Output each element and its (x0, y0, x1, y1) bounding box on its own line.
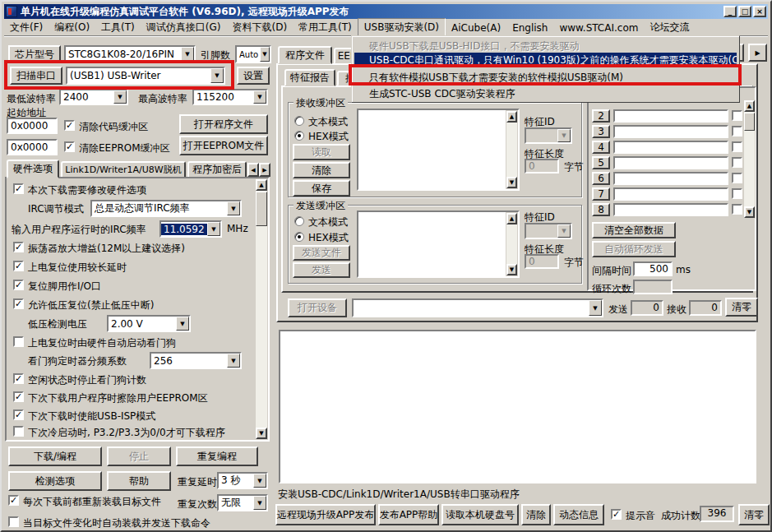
scroll-up-icon[interactable]: ▲ (256, 179, 267, 191)
scrollbar-thumb[interactable] (744, 113, 755, 131)
maximize-icon[interactable]: □ (738, 6, 751, 17)
chevron-down-icon[interactable]: ▼ (589, 300, 602, 316)
row-checkbox[interactable] (732, 110, 742, 121)
open-program-file-button[interactable]: 打开程序文件 (179, 114, 268, 134)
chevron-down-icon[interactable]: ▼ (253, 474, 266, 488)
long-delay-checkbox[interactable] (13, 261, 24, 271)
menu-forum[interactable]: 论坛交流 (644, 19, 695, 36)
chevron-down-icon[interactable]: ▼ (227, 354, 240, 368)
send-text-mode-radio[interactable] (294, 216, 304, 226)
menu-common-tools[interactable]: 常用工具(T) (293, 19, 358, 36)
row-checkbox[interactable] (732, 204, 742, 215)
recv-hex-mode-radio[interactable] (294, 131, 304, 141)
download-button[interactable]: 下载/编程 (8, 446, 102, 466)
remote-upgrade-publish-button[interactable]: 远程现场升级APP发布 (275, 504, 376, 525)
save-button[interactable]: 保存 (293, 180, 350, 197)
menu-tools[interactable]: 工具(T) (95, 19, 141, 36)
osc-gain-checkbox[interactable] (13, 242, 24, 252)
wdt-idle-checkbox[interactable] (13, 373, 24, 384)
menu-aicube[interactable]: AiCube(A) (446, 21, 506, 35)
tab-scroll-right-icon[interactable]: ▶ (748, 44, 767, 62)
scroll-down-icon[interactable]: ▼ (256, 428, 267, 439)
menu-file[interactable]: 文件(F) (4, 19, 49, 36)
rows-scrollbar[interactable]: ▲ ▼ (743, 99, 756, 219)
clear-log-button[interactable]: 清除 (521, 504, 551, 525)
row-data-input[interactable] (613, 172, 728, 185)
modify-hw-checkbox[interactable] (13, 183, 24, 194)
row-number-button[interactable]: 2 (592, 109, 610, 123)
row-checkbox[interactable] (732, 141, 742, 152)
clear-code-checkbox[interactable] (64, 120, 75, 131)
interval-input[interactable]: 500 (633, 261, 673, 276)
repeat-delay-select[interactable]: 3 秒▼ (217, 472, 268, 489)
row-number-button[interactable]: 5 (592, 156, 610, 169)
send-buffer-textarea[interactable]: ▲ ▼ (357, 210, 520, 278)
chevron-down-icon[interactable]: ▼ (253, 496, 266, 510)
repeat-program-button[interactable]: 重复编程 (176, 446, 258, 466)
tab-scroll-left-icon[interactable]: ◀ (247, 163, 259, 177)
chevron-down-icon[interactable]: ▼ (227, 201, 240, 215)
check-options-button[interactable]: 检测选项 (8, 471, 102, 491)
scroll-down-icon[interactable]: ▼ (744, 206, 755, 218)
read-disk-id-button[interactable]: 读取本机硬盘号 (441, 504, 519, 525)
tab-offline-download[interactable]: Link1D/Writer1A/U8W脱机 (61, 161, 186, 178)
eeprom-address-input[interactable]: 0x0000 (7, 139, 58, 155)
send-hex-mode-radio[interactable] (294, 232, 304, 242)
row-number-button[interactable]: 6 (592, 172, 610, 185)
repeat-times-select[interactable]: 无限▼ (217, 494, 268, 511)
chevron-down-icon[interactable]: ▼ (260, 47, 270, 62)
row-data-input[interactable] (613, 125, 728, 138)
menu-english[interactable]: English (506, 21, 553, 35)
row-number-button[interactable]: 3 (592, 125, 610, 138)
row-number-button[interactable]: 4 (592, 141, 610, 154)
cold-start-checkbox[interactable] (13, 426, 24, 437)
row-data-input[interactable] (613, 109, 728, 123)
usb-isp-checkbox[interactable] (13, 409, 24, 420)
recv-text-mode-radio[interactable] (294, 116, 304, 126)
options-scrollbar[interactable]: ▲ ▼ (255, 178, 268, 440)
clear-counters-button[interactable]: 清零 (725, 298, 758, 317)
row-data-input[interactable] (613, 203, 728, 216)
scroll-up-icon[interactable]: ▲ (744, 100, 755, 112)
settings-button[interactable]: 设置 (237, 67, 270, 85)
tab-encrypt[interactable]: 程序加密后 (187, 161, 247, 178)
scroll-down-icon[interactable]: ▼ (506, 264, 517, 275)
row-checkbox[interactable] (732, 188, 742, 199)
menu-website[interactable]: www.STCAI.com (553, 21, 644, 35)
menu-downloads[interactable]: 资料下载(D) (226, 19, 293, 36)
tab-hardware-options[interactable]: 硬件选项 (7, 160, 59, 178)
send-scrollbar[interactable]: ▲ ▼ (506, 212, 518, 276)
receive-buffer-textarea[interactable]: ▲ ▼ (357, 109, 520, 191)
chevron-down-icon[interactable]: ▼ (253, 90, 266, 104)
chevron-down-icon[interactable]: ▼ (113, 90, 127, 104)
row-checkbox[interactable] (732, 173, 742, 183)
dynamic-info-button[interactable]: 动态信息 (553, 504, 604, 525)
min-baud-select[interactable]: 2400▼ (59, 89, 128, 105)
lvr-checkbox[interactable] (13, 298, 24, 309)
reset-io-checkbox[interactable] (13, 280, 24, 290)
tab-program-file[interactable]: 程序文件 (278, 46, 332, 64)
chevron-down-icon[interactable]: ▼ (207, 222, 220, 236)
menu-debug-interface[interactable]: 调试仿真接口(G) (141, 19, 227, 36)
help-button[interactable]: 帮助 (107, 471, 171, 491)
beep-checkbox[interactable] (611, 509, 622, 520)
lvd-select[interactable]: 2.00 V▼ (107, 315, 191, 332)
menu-usb-driver[interactable]: USB驱动安装(D) (358, 18, 446, 37)
clear-recv-button[interactable]: 清除 (293, 162, 350, 178)
max-baud-select[interactable]: 115200▼ (192, 89, 268, 105)
menu-item-generate-cdc-installer[interactable]: 生成STC-USB CDC驱动安装程序 (354, 87, 737, 101)
row-data-input[interactable] (613, 187, 728, 201)
open-eeprom-file-button[interactable]: 打开EEPROM文件 (179, 136, 268, 155)
row-checkbox[interactable] (732, 157, 742, 168)
autoload-checkbox[interactable] (8, 516, 19, 527)
menu-program[interactable]: 编程(O) (49, 19, 95, 36)
device-select[interactable]: ▼ (352, 298, 603, 317)
irc-mode-select[interactable]: 总是动态调节IRC频率▼ (90, 200, 242, 217)
irc-freq-select[interactable]: 11.0592▼ (159, 220, 222, 238)
row-checkbox[interactable] (732, 126, 742, 136)
chevron-down-icon[interactable]: ▼ (176, 317, 189, 331)
clear-all-data-button[interactable]: 清空全部数据 (592, 222, 676, 238)
wdt-div-select[interactable]: 256▼ (150, 352, 242, 369)
scrollbar-thumb[interactable] (256, 192, 267, 226)
code-address-input[interactable]: 0x0000 (7, 118, 58, 134)
